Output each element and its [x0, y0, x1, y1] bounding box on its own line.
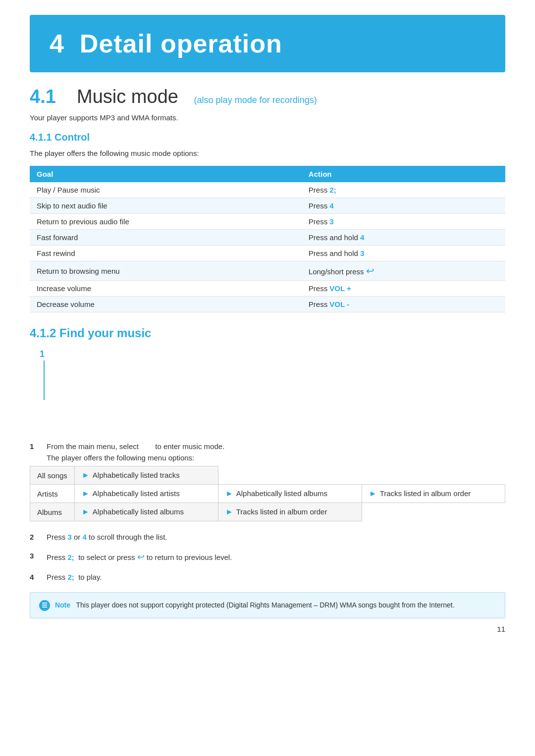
- table-cell-action: Press and hold 4: [302, 230, 505, 246]
- note-label: Note: [55, 601, 70, 609]
- step-1-text1: From the main menu, select: [47, 442, 139, 451]
- table-header-goal: Goal: [30, 166, 302, 182]
- step-1-line: 1 From the main menu, select to enter mu…: [30, 442, 505, 451]
- section-412-title: 4.1.2 Find your music: [30, 326, 505, 340]
- section-41-title: 4.1 Music mode (also play mode for recor…: [30, 86, 505, 107]
- device-diagram: 1: [30, 349, 505, 433]
- chapter-header: 4 Detail operation: [30, 15, 505, 72]
- table-cell-action: Press VOL -: [302, 297, 505, 312]
- table-cell-goal: Return to browsing menu: [30, 261, 302, 281]
- control-table: Goal Action Play / Pause musicPress 2;Sk…: [30, 166, 505, 312]
- section-411-title: 4.1.1 Control: [30, 132, 505, 143]
- table-cell-action: Long/short press ↩: [302, 261, 505, 281]
- table-cell-goal: Return to previous audio file: [30, 214, 302, 230]
- table-cell-action: Press 3: [302, 214, 505, 230]
- note-icon: ☰: [39, 600, 50, 611]
- table-cell-goal: Decrease volume: [30, 297, 302, 312]
- step-1-text3: The player offers the following menu opt…: [47, 454, 505, 462]
- step-2-item: 2 Press 3 or 4 to scroll through the lis…: [30, 531, 505, 543]
- table-cell-goal: Fast rewind: [30, 246, 302, 261]
- nav-label: Albums: [30, 503, 75, 521]
- note-text: This player does not support copyright p…: [76, 601, 454, 609]
- nav-col3: ►Tracks listed in album order: [362, 485, 505, 503]
- table-cell-goal: Increase volume: [30, 281, 302, 297]
- table-cell-action: Press VOL +: [302, 281, 505, 297]
- back-icon: ↩: [137, 550, 145, 564]
- step-1-block: 1 From the main menu, select to enter mu…: [30, 442, 505, 462]
- section-41-description: Your player supports MP3 and WMA formats…: [30, 112, 505, 124]
- table-cell-action: Press 2;: [302, 182, 505, 198]
- chapter-title: 4 Detail operation: [50, 29, 485, 58]
- table-cell-action: Press 4: [302, 198, 505, 214]
- section-411-intro: The player offers the following music mo…: [30, 148, 505, 159]
- nav-col1: ►Alphabetically listed artists: [75, 485, 218, 503]
- nav-label: All songs: [30, 466, 75, 485]
- nav-col2: ►Alphabetically listed albums: [218, 485, 362, 503]
- nav-table: All songs►Alphabetically listed tracksAr…: [30, 466, 505, 521]
- nav-col1: ►Alphabetically listed albums: [75, 503, 218, 521]
- nav-col1: ►Alphabetically listed tracks: [75, 466, 218, 485]
- table-cell-goal: Skip to next audio file: [30, 198, 302, 214]
- table-cell-goal: Fast forward: [30, 230, 302, 246]
- table-cell-action: Press and hold 3: [302, 246, 505, 261]
- nav-label: Artists: [30, 485, 75, 503]
- step-1-text2: to enter music mode.: [155, 442, 224, 451]
- step-4-item: 4 Press 2; to play.: [30, 571, 505, 583]
- table-header-action: Action: [302, 166, 505, 182]
- note-box: ☰ Note This player does not support copy…: [30, 592, 505, 618]
- table-cell-goal: Play / Pause music: [30, 182, 302, 198]
- nav-col2: ►Tracks listed in album order: [218, 503, 362, 521]
- device-step-number: 1: [40, 349, 79, 400]
- step-3-item: 3 Press 2; to select or press ↩ to retur…: [30, 550, 505, 564]
- page-number: 11: [497, 625, 505, 633]
